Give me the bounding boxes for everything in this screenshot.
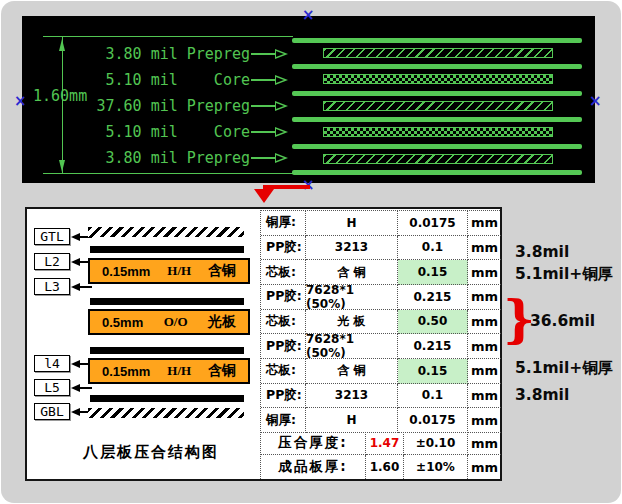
- core-kind: 光板: [208, 313, 236, 331]
- layer-tag-gtl: GTL: [34, 228, 70, 245]
- cell-material: H: [306, 211, 398, 236]
- core-bar: [323, 74, 553, 84]
- core-kind: 含铜: [208, 362, 236, 380]
- cell-label: PP胶:: [261, 236, 306, 261]
- dim-extension-line-top: [43, 36, 293, 37]
- pcb-stackup-figure: 1.60mm 3.80 mil Prepreg 5.10 mil Core 37…: [0, 0, 622, 504]
- annotation-prepreg-top: 3.8mil: [515, 243, 569, 261]
- summary-label: 压合厚度:: [261, 432, 366, 455]
- cad-stackup-panel: 1.60mm 3.80 mil Prepreg 5.10 mil Core 37…: [22, 16, 595, 183]
- core-foil: O/O: [164, 314, 188, 330]
- cell-unit: mm: [468, 310, 501, 335]
- summary-value: 1.47: [366, 432, 404, 455]
- diagram-title: 八层板压合结构图: [73, 443, 229, 462]
- prepreg-bar: [323, 154, 553, 164]
- prepreg-bar: [323, 101, 553, 111]
- core-bar: [323, 127, 553, 137]
- leader-arrow-icon: [251, 75, 288, 85]
- cell-label: PP胶:: [261, 285, 306, 310]
- red-connector-arrowhead-icon: [254, 189, 274, 203]
- tag-arrow-icon: [71, 383, 92, 392]
- cell-value-highlighted: 0.15: [398, 359, 468, 384]
- cell-label: 芯板:: [261, 310, 306, 335]
- cell-value-highlighted: 0.15: [398, 260, 468, 285]
- dim-arrow-up-icon: [59, 39, 65, 51]
- layer-tag-gbl: GBL: [34, 403, 70, 420]
- outer-foil-hatch-bar-bottom: [88, 408, 244, 418]
- layer-callout: 3.80 mil Prepreg: [106, 149, 251, 167]
- copper-bar: [292, 91, 582, 96]
- cell-label: 芯板:: [261, 359, 306, 384]
- layer-tag-l5: L5: [34, 379, 70, 396]
- dim-arrow-down-icon: [59, 160, 65, 172]
- cell-material: H: [306, 408, 398, 433]
- layer-callout: 5.10 mil Core: [106, 123, 251, 141]
- dim-extension-line-bottom: [43, 173, 293, 174]
- cell-label: 铜厚:: [261, 408, 306, 433]
- cell-material: 含 铜: [306, 359, 398, 384]
- core-thickness: 0.15mm: [102, 264, 150, 279]
- copper-black-bar: [90, 347, 244, 354]
- cell-label: 芯板:: [261, 260, 306, 285]
- core-block-1: 0.15mm H/H 含铜: [88, 258, 250, 284]
- core-thickness: 0.15mm: [102, 364, 150, 379]
- core-thickness: 0.5mm: [102, 315, 143, 330]
- layer-tag-l3: L3: [34, 278, 70, 295]
- layer-callout: 37.60 mil Prepreg: [96, 97, 250, 115]
- leader-arrow-icon: [251, 49, 288, 59]
- core-foil: H/H: [167, 363, 191, 379]
- leader-arrow-icon: [251, 101, 288, 111]
- summary-unit: mm: [468, 432, 501, 455]
- outer-foil-hatch-bar-top: [88, 227, 244, 237]
- cell-material: 光 板: [306, 310, 398, 335]
- copper-bar: [292, 38, 582, 43]
- cell-label: 铜厚:: [261, 211, 306, 236]
- core-block-3: 0.15mm H/H 含铜: [88, 358, 250, 384]
- stackup-table-summary: 压合厚度: 1.47 ±0.10 mm 成品板厚: 1.60 ±10% mm: [260, 432, 500, 479]
- leader-arrow-icon: [251, 127, 288, 137]
- annotation-core-top: 5.1mil+铜厚: [515, 264, 613, 285]
- dim-line: [62, 37, 63, 174]
- cell-unit: mm: [468, 211, 501, 236]
- copper-bar: [292, 64, 582, 69]
- summary-unit: mm: [468, 455, 501, 478]
- summary-tolerance: ±10%: [404, 455, 468, 478]
- cell-value: 0.1: [398, 384, 468, 409]
- summary-value: 1.60: [366, 455, 404, 478]
- cell-unit: mm: [468, 384, 501, 409]
- lamination-detail-panel: GTL L2 L3 l4 L5 GBL 0.15mm H/H 含铜 0.5mm …: [25, 207, 502, 481]
- annotation-core-bottom: 5.1mil+铜厚: [515, 358, 613, 379]
- cell-unit: mm: [468, 285, 501, 310]
- summary-label: 成品板厚:: [261, 455, 366, 478]
- leader-arrow-icon: [251, 153, 288, 163]
- cell-value: 0.0175: [398, 211, 468, 236]
- summary-tolerance: ±0.10: [404, 432, 468, 455]
- copper-bar: [292, 144, 582, 149]
- cell-material: 7628*1 (50%): [306, 285, 398, 310]
- cell-value: 0.215: [398, 334, 468, 359]
- cell-unit: mm: [468, 260, 501, 285]
- cell-label: PP胶:: [261, 334, 306, 359]
- copper-black-bar: [90, 246, 244, 253]
- cell-unit: mm: [468, 408, 501, 433]
- cell-material: 含 铜: [306, 260, 398, 285]
- stackup-table: 铜厚: H 0.0175 mm PP胶: 3213 0.1 mm 芯板: 含 铜…: [260, 210, 500, 433]
- annotation-middle-total: 36.6mil: [530, 312, 595, 330]
- cell-material: 3213: [306, 384, 398, 409]
- blue-x-marker-right: ×: [589, 94, 602, 109]
- annotation-prepreg-bottom: 3.8mil: [515, 386, 569, 404]
- cell-value: 0.1: [398, 236, 468, 261]
- blue-x-marker-top: ×: [302, 8, 315, 23]
- copper-bar: [292, 117, 582, 122]
- cell-value-highlighted: 0.50: [398, 310, 468, 335]
- cell-unit: mm: [468, 359, 501, 384]
- cell-material: 7628*1 (50%): [306, 334, 398, 359]
- copper-black-bar: [90, 298, 244, 305]
- layer-callout: 5.10 mil Core: [106, 71, 251, 89]
- copper-black-bar: [90, 395, 244, 402]
- blue-x-marker-left: ×: [14, 94, 27, 109]
- cell-value: 0.0175: [398, 408, 468, 433]
- cell-value: 0.215: [398, 285, 468, 310]
- layer-tag-l2: L2: [34, 253, 70, 270]
- core-kind: 含铜: [208, 262, 236, 280]
